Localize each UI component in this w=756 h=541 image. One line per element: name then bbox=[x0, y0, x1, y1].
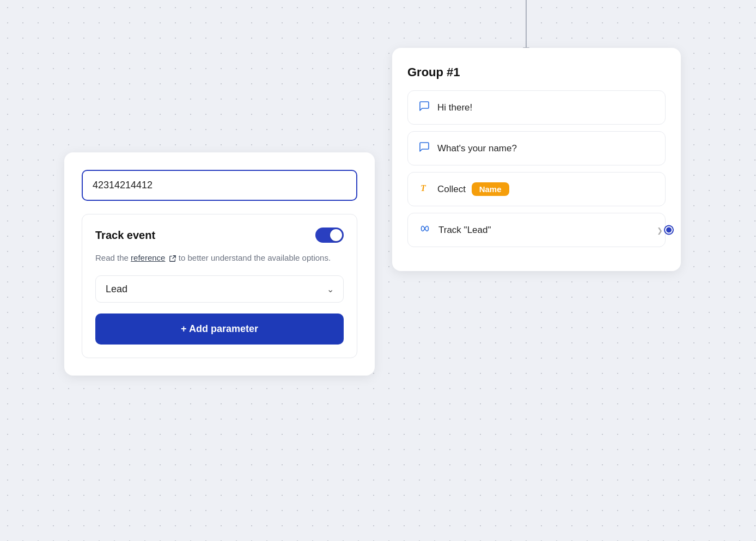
add-parameter-label: + Add parameter bbox=[181, 323, 258, 335]
group-title: Group #1 bbox=[407, 65, 666, 79]
flow-item-hi-there[interactable]: Hi there! bbox=[407, 90, 666, 125]
left-panel: Track event Read the reference to better… bbox=[64, 152, 375, 376]
collect-icon: T bbox=[419, 182, 430, 196]
flow-item-whats-your-name[interactable]: What's your name? bbox=[407, 131, 666, 165]
meta-icon bbox=[419, 223, 431, 237]
collect-badge: Name bbox=[472, 182, 509, 196]
add-parameter-button[interactable]: + Add parameter bbox=[95, 313, 344, 345]
flow-item-text-track-lead: Track "Lead" bbox=[438, 225, 654, 236]
event-type-dropdown-wrapper: Lead Purchase Subscribe ViewContent ⌄ bbox=[95, 275, 344, 303]
flow-item-text-collect: Collect Name bbox=[437, 182, 654, 196]
reference-link-text: reference bbox=[131, 253, 165, 262]
track-event-label: Track event bbox=[95, 229, 155, 242]
event-type-dropdown[interactable]: Lead Purchase Subscribe ViewContent bbox=[95, 275, 344, 303]
collect-text: Collect bbox=[437, 184, 468, 194]
message-icon-1 bbox=[419, 101, 430, 114]
flow-item-track-lead[interactable]: Track "Lead" ❯ bbox=[407, 213, 666, 247]
track-event-header: Track event bbox=[95, 228, 344, 243]
track-event-section: Track event Read the reference to better… bbox=[82, 214, 357, 358]
reference-prefix: Read the bbox=[95, 253, 131, 262]
message-icon-2 bbox=[419, 142, 430, 155]
flow-item-text-hi-there: Hi there! bbox=[437, 102, 654, 113]
flow-arrow bbox=[526, 0, 527, 48]
track-event-toggle[interactable] bbox=[315, 228, 344, 243]
reference-text: Read the reference to better understand … bbox=[95, 251, 344, 265]
svg-text:T: T bbox=[420, 183, 426, 193]
event-id-input[interactable] bbox=[82, 170, 357, 201]
connector-dot bbox=[665, 226, 673, 234]
reference-link[interactable]: reference bbox=[131, 253, 165, 262]
flow-item-text-whats-your-name: What's your name? bbox=[437, 143, 654, 154]
right-panel: Group #1 Hi there! What's your name? T C… bbox=[392, 48, 681, 271]
chevron-right-icon: ❯ bbox=[657, 226, 663, 234]
flow-item-collect-name[interactable]: T Collect Name bbox=[407, 172, 666, 206]
external-link-icon bbox=[169, 255, 176, 262]
reference-suffix: to better understand the available optio… bbox=[179, 253, 331, 262]
